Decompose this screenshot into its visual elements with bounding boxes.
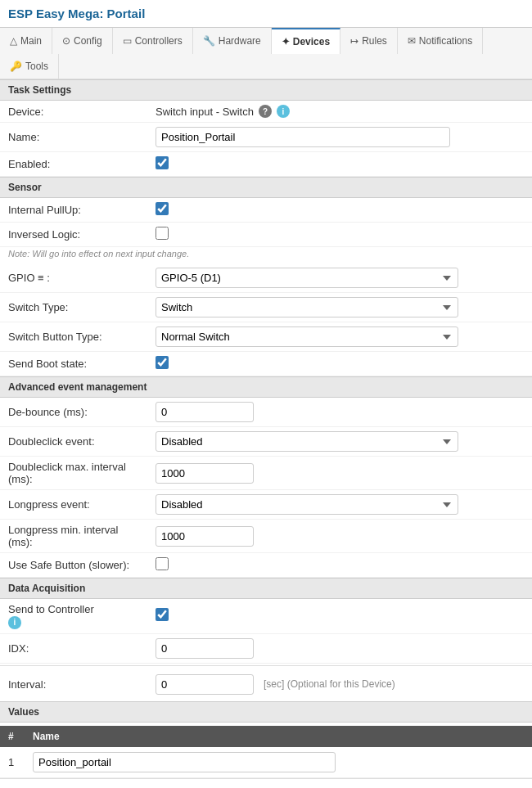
sensor-header: Sensor <box>0 177 532 198</box>
nav-tools[interactable]: 🔑 Tools <box>0 54 59 79</box>
internal-pullup-label: Internal PullUp: <box>0 198 147 223</box>
values-section: # Name 1 <box>0 726 532 778</box>
nav-config[interactable]: ⊙ Config <box>52 28 113 54</box>
switch-type-label: Switch Type: <box>0 293 147 322</box>
longpress-select[interactable]: Disabled Enabled <box>156 494 458 515</box>
inversed-logic-row: Inversed Logic: <box>0 223 532 247</box>
button-bar: Close Submit Delete <box>0 778 532 789</box>
switch-button-type-row: Switch Button Type: Normal Switch Push B… <box>0 322 532 352</box>
send-boot-state-row: Send Boot state: <box>0 352 532 376</box>
content: Task Settings Device: Switch input - Swi… <box>0 79 532 788</box>
name-label: Name: <box>0 123 147 152</box>
safe-button-checkbox[interactable] <box>156 557 169 570</box>
table-row: 1 <box>0 747 532 778</box>
controllers-icon: ▭ <box>123 35 132 47</box>
values-table-header: # Name <box>0 726 532 747</box>
advanced-header: Advanced event management <box>0 376 532 398</box>
switch-type-row: Switch Type: Switch Dimmer <box>0 293 532 322</box>
enabled-row: Enabled: <box>0 152 532 177</box>
device-label: Device: <box>0 101 147 123</box>
name-input[interactable] <box>156 127 450 147</box>
longpress-row: Longpress event: Disabled Enabled <box>0 490 532 520</box>
longpress-interval-input[interactable] <box>156 526 254 547</box>
doubleclick-interval-label: Doubleclick max. interval (ms): <box>0 457 147 490</box>
send-boot-state-label: Send Boot state: <box>0 352 147 376</box>
longpress-interval-label: Longpress min. interval (ms): <box>0 520 147 553</box>
send-controller-row: Send to Controller i <box>0 599 532 633</box>
nav-devices[interactable]: ✦ Devices <box>272 28 340 54</box>
note-text: Note: Will go into effect on next input … <box>0 247 532 263</box>
interval-suffix: [sec] (Optional for this Device) <box>264 678 395 690</box>
debounce-input[interactable] <box>156 402 254 422</box>
row-number: 1 <box>0 747 25 778</box>
longpress-interval-row: Longpress min. interval (ms): <box>0 520 532 553</box>
nav-controllers[interactable]: ▭ Controllers <box>113 28 193 54</box>
debounce-label: De-bounce (ms): <box>0 398 147 427</box>
idx-label: IDX: <box>0 633 147 663</box>
device-row: Device: Switch input - Switch ? i <box>0 101 532 123</box>
gpio-row: GPIO ≡ : GPIO-5 (D1) GPIO-4 (D2) GPIO-0 … <box>0 263 532 293</box>
values-header: Values <box>0 701 532 723</box>
idx-row: IDX: <box>0 633 532 663</box>
col-name: Name <box>25 726 532 747</box>
gpio-label: GPIO ≡ : <box>0 263 147 293</box>
nav-main[interactable]: △ Main <box>0 28 52 54</box>
doubleclick-interval-row: Doubleclick max. interval (ms): <box>0 457 532 490</box>
doubleclick-label: Doubleclick event: <box>0 427 147 457</box>
col-number: # <box>0 726 25 747</box>
nav-rules[interactable]: ↦ Rules <box>340 28 398 54</box>
info-icon[interactable]: i <box>277 105 290 118</box>
devices-icon: ✦ <box>282 36 290 47</box>
safe-button-row: Use Safe Button (slower): <box>0 553 532 578</box>
name-row: Name: <box>0 123 532 152</box>
row-name-input[interactable] <box>33 752 336 772</box>
info-circle-icon: i <box>8 616 21 629</box>
send-controller-checkbox[interactable] <box>156 608 169 621</box>
interval-input[interactable] <box>156 674 254 695</box>
interval-row: Interval: [sec] (Optional for this Devic… <box>0 668 532 701</box>
device-value: Switch input - Switch <box>156 106 254 118</box>
nav-hardware[interactable]: 🔧 Hardware <box>193 28 272 54</box>
app-title: ESP Easy Mega: Portail <box>8 7 145 20</box>
inversed-logic-checkbox[interactable] <box>156 227 169 240</box>
idx-input[interactable] <box>156 638 254 659</box>
tools-icon: 🔑 <box>10 61 22 72</box>
rules-icon: ↦ <box>350 35 358 47</box>
send-controller-label: Send to Controller i <box>0 599 147 633</box>
internal-pullup-row: Internal PullUp: <box>0 198 532 223</box>
hardware-icon: 🔧 <box>203 35 215 47</box>
help-icon[interactable]: ? <box>259 105 272 118</box>
switch-type-select[interactable]: Switch Dimmer <box>156 297 458 317</box>
doubleclick-row: Doubleclick event: Disabled Single Click… <box>0 427 532 457</box>
switch-button-type-select[interactable]: Normal Switch Push Button Active Low Pus… <box>156 326 458 347</box>
inversed-logic-label: Inversed Logic: <box>0 223 147 247</box>
notifications-icon: ✉ <box>408 35 416 47</box>
doubleclick-select[interactable]: Disabled Single Click Double Click <box>156 431 458 452</box>
config-icon: ⊙ <box>62 35 70 47</box>
send-boot-state-checkbox[interactable] <box>156 356 169 369</box>
task-settings-header: Task Settings <box>0 79 532 101</box>
nav-notifications[interactable]: ✉ Notifications <box>398 28 483 54</box>
enabled-checkbox[interactable] <box>156 156 169 169</box>
switch-button-type-label: Switch Button Type: <box>0 322 147 352</box>
safe-button-label: Use Safe Button (slower): <box>0 553 147 578</box>
internal-pullup-checkbox[interactable] <box>156 202 169 215</box>
title-bar: ESP Easy Mega: Portail <box>0 0 532 28</box>
enabled-label: Enabled: <box>0 152 147 177</box>
nav-bar: △ Main ⊙ Config ▭ Controllers 🔧 Hardware… <box>0 28 532 79</box>
longpress-label: Longpress event: <box>0 490 147 520</box>
doubleclick-interval-input[interactable] <box>156 463 254 484</box>
debounce-row: De-bounce (ms): <box>0 398 532 427</box>
gpio-select[interactable]: GPIO-5 (D1) GPIO-4 (D2) GPIO-0 (D3) GPIO… <box>156 268 458 288</box>
data-acquisition-header: Data Acquisition <box>0 578 532 599</box>
main-icon: △ <box>10 35 17 47</box>
interval-label: Interval: <box>0 668 147 701</box>
